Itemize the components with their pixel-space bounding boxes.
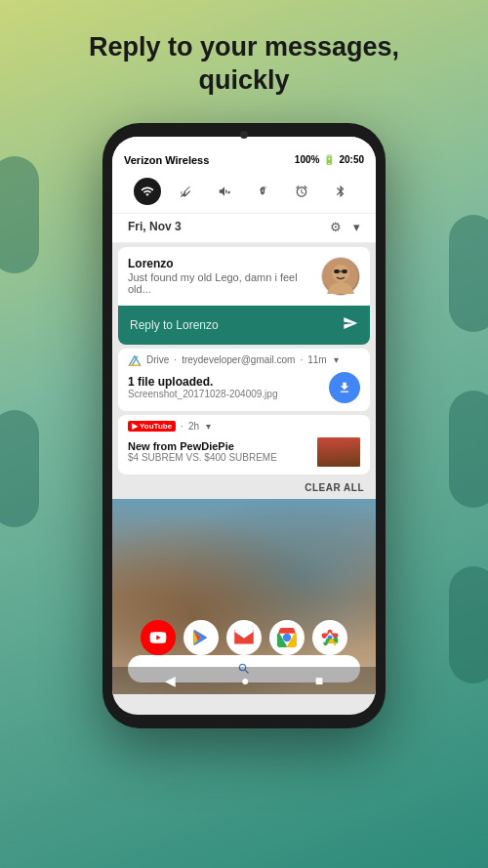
svg-point-1 xyxy=(332,265,349,282)
alarm-icon[interactable] xyxy=(288,178,315,205)
message-notification[interactable]: Lorenzo Just found my old Lego, damn i f… xyxy=(118,247,370,345)
drive-notification[interactable]: Drive · treydeveloper@gmail.com · 11m ▾ … xyxy=(118,349,370,411)
quick-settings-row xyxy=(112,170,376,214)
drive-header: Drive · treydeveloper@gmail.com · 11m ▾ xyxy=(118,349,370,368)
drive-source: Drive xyxy=(146,354,169,365)
date-icons: ⚙ ▾ xyxy=(330,220,360,234)
drive-text: 1 file uploaded. Screenshot_20171028-204… xyxy=(128,375,321,399)
send-icon[interactable] xyxy=(343,315,358,335)
deco-shape-right-top xyxy=(449,215,488,332)
notification-sender: Lorenzo xyxy=(128,257,313,270)
youtube-notification[interactable]: ▶ YouTube · 2h ▾ New from PewDiePie $4 S… xyxy=(118,415,370,475)
recents-button[interactable]: ■ xyxy=(315,673,323,688)
wifi-icon[interactable] xyxy=(134,178,161,205)
notification-header: Lorenzo Just found my old Lego, damn i f… xyxy=(118,247,370,306)
drive-email-text: treydeveloper@gmail.com xyxy=(182,354,295,365)
rotate-off-icon[interactable] xyxy=(250,178,277,205)
back-button[interactable]: ◀ xyxy=(165,673,176,688)
app-icon-chrome[interactable] xyxy=(269,620,305,655)
youtube-thumbnail xyxy=(317,437,360,467)
drive-body: 1 file uploaded. Screenshot_20171028-204… xyxy=(118,368,370,411)
youtube-title: New from PewDiePie xyxy=(128,440,309,452)
date-text: Fri, Nov 3 xyxy=(128,220,182,233)
phone-mockup: Verizon Wireless 100% 🔋 20:50 xyxy=(0,123,488,728)
settings-icon[interactable]: ⚙ xyxy=(330,220,342,234)
bluetooth-icon[interactable] xyxy=(327,178,354,205)
app-icon-gmail[interactable] xyxy=(226,620,262,655)
reply-bar[interactable]: Reply to Lorenzo xyxy=(118,306,370,345)
volume-icon[interactable] xyxy=(211,178,238,205)
date-row: Fri, Nov 3 ⚙ ▾ xyxy=(112,214,376,243)
deco-shape-left-bottom xyxy=(0,410,39,527)
status-bar-right: 100% 🔋 20:50 xyxy=(295,154,364,165)
status-bar: Verizon Wireless 100% 🔋 20:50 xyxy=(112,137,376,170)
app-icon-youtube[interactable] xyxy=(141,620,176,655)
youtube-badge: ▶ YouTube xyxy=(128,421,176,432)
deco-shape-right-bottom xyxy=(449,566,488,683)
youtube-subtitle: $4 SUBREM VS. $400 SUBREME xyxy=(128,452,309,463)
youtube-dropdown[interactable]: ▾ xyxy=(206,421,211,432)
youtube-header: ▶ YouTube · 2h ▾ xyxy=(118,415,370,434)
camera-dot xyxy=(240,131,248,139)
drive-subtitle: Screenshot_20171028-204009.jpg xyxy=(128,389,321,399)
deco-shape-right-mid xyxy=(449,391,488,508)
youtube-time: 2h xyxy=(188,421,199,432)
expand-icon[interactable]: ▾ xyxy=(353,220,360,234)
reply-input[interactable]: Reply to Lorenzo xyxy=(130,318,335,332)
nav-bar: ◀ ● ■ xyxy=(112,667,376,694)
youtube-time-sep: · xyxy=(181,421,183,432)
youtube-text: New from PewDiePie $4 SUBREM VS. $400 SU… xyxy=(128,440,309,463)
drive-action-button[interactable] xyxy=(329,372,360,403)
notification-preview: Just found my old Lego, damn i feel old.… xyxy=(128,271,313,295)
app-icon-photos[interactable] xyxy=(312,620,347,655)
clear-all-button[interactable]: CLEAR ALL xyxy=(305,482,364,493)
drive-time: · xyxy=(300,354,303,365)
time-text: 20:50 xyxy=(339,154,364,165)
clear-all-row: CLEAR ALL xyxy=(112,478,376,499)
drive-time-text: 11m xyxy=(307,354,326,365)
phone-body: Verizon Wireless 100% 🔋 20:50 xyxy=(102,123,386,728)
deco-shape-left-top xyxy=(0,156,39,273)
phone-screen: Verizon Wireless 100% 🔋 20:50 xyxy=(112,137,376,715)
page-title: Reply to your messages, quickly xyxy=(0,0,488,113)
app-dock xyxy=(141,620,347,655)
drive-email: · xyxy=(174,354,177,365)
home-button[interactable]: ● xyxy=(241,673,249,688)
svg-rect-5 xyxy=(334,269,340,273)
avatar xyxy=(321,257,360,296)
signal-off-icon[interactable] xyxy=(172,178,199,205)
carrier-text: Verizon Wireless xyxy=(124,154,209,166)
home-screen: ◀ ● ■ xyxy=(112,499,376,694)
youtube-body: New from PewDiePie $4 SUBREM VS. $400 SU… xyxy=(118,434,370,475)
svg-rect-6 xyxy=(342,269,347,273)
drive-icon xyxy=(128,354,142,366)
notification-text: Lorenzo Just found my old Lego, damn i f… xyxy=(128,257,313,295)
drive-title: 1 file uploaded. xyxy=(128,375,321,389)
app-icon-play[interactable] xyxy=(183,620,219,655)
battery-text: 100% xyxy=(295,154,320,165)
drive-dropdown-icon[interactable]: ▾ xyxy=(334,354,339,365)
svg-point-9 xyxy=(283,633,291,641)
battery-icon: 🔋 xyxy=(323,154,335,165)
